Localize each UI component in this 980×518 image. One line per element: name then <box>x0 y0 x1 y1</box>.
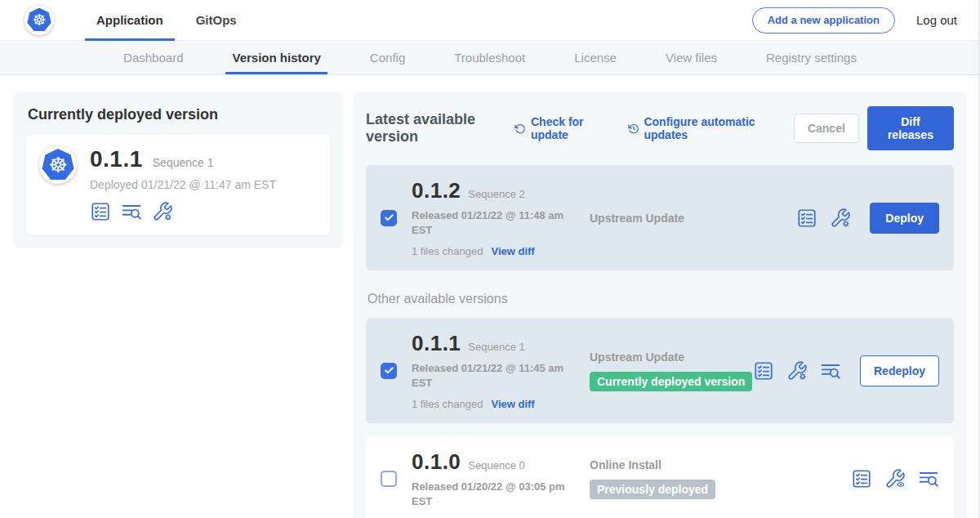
version-row-0.1.2: 0.1.2 Sequence 2 Released 01/21/22 @ 11:… <box>366 165 954 270</box>
version-source-label: Online Install <box>590 458 851 471</box>
tab-application[interactable]: Application <box>85 0 175 40</box>
released-timestamp: Released 01/21/22 @ 11:45 am EST <box>412 361 575 390</box>
logout-button[interactable]: Log out <box>916 13 957 27</box>
version-row-0.1.1: 0.1.1 Sequence 1 Released 01/21/22 @ 11:… <box>366 318 954 423</box>
app-subnav: Dashboard Version history Config Trouble… <box>0 41 980 75</box>
kubernetes-logo-icon: ☸ <box>24 6 54 35</box>
version-checkbox[interactable] <box>381 210 397 226</box>
lines-magnifier-icon[interactable] <box>121 201 142 222</box>
sequence-label: Sequence 0 <box>468 459 524 471</box>
currently-deployed-badge: Currently deployed version <box>590 372 752 391</box>
checklist-icon[interactable] <box>851 468 872 489</box>
diff-releases-button[interactable]: Diff releases <box>867 106 954 150</box>
subnav-tab-troubleshoot[interactable]: Troubleshoot <box>448 41 532 74</box>
check-for-update-link[interactable]: Check for update <box>514 115 606 141</box>
checklist-icon[interactable] <box>753 360 774 382</box>
deployed-timestamp: Deployed 01/21/22 @ 11:47 am EST <box>90 178 276 191</box>
previously-deployed-badge: Previously deployed <box>590 480 715 499</box>
add-application-button[interactable]: Add a new application <box>752 7 895 33</box>
version-history-panel: Latest available version Check for updat… <box>353 92 967 518</box>
redeploy-button[interactable]: Redeploy <box>860 355 939 386</box>
sequence-label: Sequence 2 <box>468 188 524 200</box>
top-header: ☸ Application GitOps Add a new applicati… <box>0 0 980 41</box>
header-nav: Application GitOps <box>85 0 258 40</box>
other-versions-title: Other available versions <box>368 292 952 306</box>
view-diff-link[interactable]: View diff <box>491 245 534 257</box>
wrench-eye-icon[interactable] <box>884 468 906 489</box>
version-checkbox[interactable] <box>381 363 397 379</box>
version-source-label: Upstream Update <box>590 351 753 364</box>
deployed-sequence-label: Sequence 1 <box>153 156 214 169</box>
subnav-tab-config[interactable]: Config <box>363 41 412 74</box>
latest-available-title: Latest available version <box>366 111 501 145</box>
deploy-button[interactable]: Deploy <box>870 203 939 234</box>
released-timestamp: Released 01/21/22 @ 11:48 am EST <box>412 208 575 237</box>
checklist-icon[interactable] <box>90 201 111 222</box>
version-number: 0.1.2 <box>412 178 461 203</box>
version-number: 0.1.1 <box>412 331 461 356</box>
clock-refresh-icon <box>628 122 639 136</box>
subnav-tab-version-history[interactable]: Version history <box>225 41 327 74</box>
lines-magnifier-icon[interactable] <box>918 468 939 489</box>
checklist-icon[interactable] <box>796 208 817 229</box>
wrench-gear-icon[interactable] <box>786 360 808 382</box>
files-changed-label: 1 files changed <box>412 398 483 410</box>
check-icon <box>384 365 394 376</box>
check-icon <box>384 212 394 223</box>
app-logo-icon: ☸ <box>39 146 77 222</box>
wrench-gear-icon[interactable] <box>830 208 851 229</box>
deployed-card-title: Currently deployed version <box>28 106 328 123</box>
files-changed-label: 1 files changed <box>412 245 483 257</box>
sequence-label: Sequence 1 <box>468 341 524 353</box>
released-timestamp: Released 01/20/22 @ 03:05 pm EST <box>412 480 575 508</box>
deployed-version-number: 0.1.1 <box>90 146 143 172</box>
subnav-tab-dashboard[interactable]: Dashboard <box>117 41 189 74</box>
version-checkbox[interactable] <box>381 471 397 487</box>
subnav-tab-license[interactable]: License <box>568 41 623 74</box>
version-source-label: Upstream Update <box>590 212 796 225</box>
wrench-gear-icon[interactable] <box>152 201 173 222</box>
version-row-0.1.0: 0.1.0 Sequence 0 Released 01/20/22 @ 03:… <box>366 436 954 518</box>
subnav-tab-registry-settings[interactable]: Registry settings <box>760 41 863 74</box>
subnav-tab-view-files[interactable]: View files <box>659 41 724 74</box>
version-number: 0.1.0 <box>412 449 461 475</box>
configure-automatic-updates-link[interactable]: Configure automatic updates <box>628 115 773 141</box>
view-diff-link[interactable]: View diff <box>491 398 534 410</box>
currently-deployed-card: Currently deployed version ☸ 0.1.1 Seque… <box>13 92 343 248</box>
deployed-version-card: ☸ 0.1.1 Sequence 1 Deployed 01/21/22 @ 1… <box>26 135 330 235</box>
lines-magnifier-icon[interactable] <box>820 360 841 382</box>
cancel-button[interactable]: Cancel <box>794 114 859 143</box>
refresh-icon <box>514 122 526 136</box>
tab-gitops[interactable]: GitOps <box>185 0 248 40</box>
